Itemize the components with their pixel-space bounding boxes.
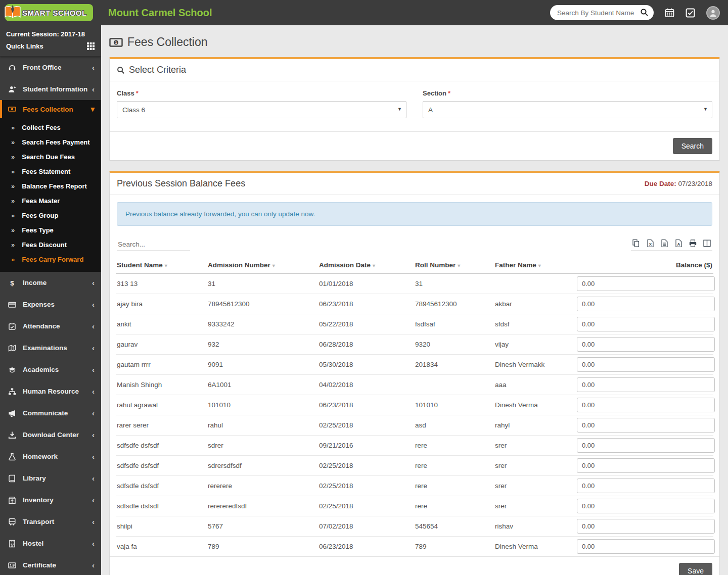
school-name: Mount Carmel School xyxy=(108,7,212,19)
current-session-label: Current Session: 2017-18 xyxy=(6,30,95,38)
cell-balance xyxy=(577,314,715,334)
chevron-down-icon: ▾ xyxy=(90,105,95,114)
cell-balance xyxy=(577,516,715,536)
cell-admission-date: 04/02/2018 xyxy=(318,380,414,390)
main-content: 1 Fees Collection Select Criteria Class*… xyxy=(101,25,728,575)
svg-text:$: $ xyxy=(10,279,14,286)
quick-links-grid-icon[interactable] xyxy=(87,42,95,50)
sidebar-item-fees-collection[interactable]: Fees Collection▾ xyxy=(0,100,101,118)
cell-admission-date: 06/23/2018 xyxy=(318,542,414,551)
balance-input[interactable] xyxy=(577,458,715,473)
column-header-student-name[interactable]: Student Name▾ xyxy=(117,261,208,269)
sidebar-item-inventory[interactable]: Inventory‹ xyxy=(0,489,101,511)
submenu-item-search-due-fees[interactable]: »Search Due Fees xyxy=(0,150,101,164)
sidebar-item-label: Attendance xyxy=(23,322,92,330)
balance-input[interactable] xyxy=(577,276,715,291)
user-avatar[interactable] xyxy=(706,6,720,20)
balance-input[interactable] xyxy=(577,337,715,352)
cell-admission-number: 932 xyxy=(207,340,318,349)
header-search xyxy=(550,5,654,20)
column-header-admission-number[interactable]: Admission Number▾ xyxy=(208,261,319,269)
sidebar-item-income[interactable]: $Income‹ xyxy=(0,272,101,294)
class-select[interactable]: Class 6 xyxy=(117,101,406,118)
copy-export-icon[interactable] xyxy=(632,239,641,248)
app-logo[interactable]: SMART SCHOOL xyxy=(0,4,101,21)
cell-roll-number: rere xyxy=(414,501,494,511)
submenu-item-fees-carry-forward[interactable]: »Fees Carry Forward xyxy=(0,252,101,267)
print-export-icon[interactable] xyxy=(689,239,697,248)
csv-export-icon[interactable] xyxy=(660,239,669,248)
sidebar-item-front-office[interactable]: Front Office‹ xyxy=(0,57,101,78)
sort-icon: ▾ xyxy=(458,263,460,268)
sidebar-item-examinations[interactable]: Examinations‹ xyxy=(0,337,101,359)
select-criteria-title: Select Criteria xyxy=(117,65,186,75)
submenu-item-fees-statement[interactable]: »Fees Statement xyxy=(0,164,101,179)
income-icon: $ xyxy=(8,279,16,287)
sidebar-item-expenses[interactable]: Expenses‹ xyxy=(0,294,101,315)
double-chevron-right-icon: » xyxy=(11,124,15,131)
sidebar-item-homework[interactable]: Homework‹ xyxy=(0,446,101,467)
column-header-roll-number[interactable]: Roll Number▾ xyxy=(415,261,495,269)
balance-input[interactable] xyxy=(577,377,715,392)
balance-input[interactable] xyxy=(577,478,715,493)
sidebar-item-student-information[interactable]: Student Information‹ xyxy=(0,78,101,100)
balance-input[interactable] xyxy=(577,317,715,331)
section-select[interactable]: A xyxy=(423,101,712,118)
table-row: sdfsdfe dsfsdfrererere02/25/2018reresrer xyxy=(116,476,713,496)
sidebar-item-attendance[interactable]: Attendance‹ xyxy=(0,315,101,337)
columns-export-icon[interactable] xyxy=(703,239,711,248)
submenu-item-fees-discount[interactable]: »Fees Discount xyxy=(0,237,101,252)
page-title: 1 Fees Collection xyxy=(109,35,720,49)
sidebar-item-library[interactable]: Library‹ xyxy=(0,467,101,489)
sidebar-item-hostel[interactable]: Hostel‹ xyxy=(0,533,101,554)
book-pen-icon xyxy=(3,3,22,22)
student-information-icon xyxy=(8,85,16,93)
cell-student-name: sdfsdfe dsfsdf xyxy=(116,481,207,491)
balance-input[interactable] xyxy=(577,539,715,554)
select-criteria-panel: Select Criteria Class* Class 6 ▼ Section… xyxy=(109,57,720,161)
excel-export-icon[interactable]: X xyxy=(646,239,655,248)
submenu-item-collect-fees[interactable]: »Collect Fees xyxy=(0,120,101,135)
balance-input[interactable] xyxy=(577,418,715,433)
column-header-admission-date[interactable]: Admission Date▾ xyxy=(319,261,415,269)
sidebar-item-download-center[interactable]: Download Center‹ xyxy=(0,424,101,446)
save-button[interactable]: Save xyxy=(679,563,712,575)
cell-roll-number: 201834 xyxy=(414,360,494,369)
submenu-item-fees-master[interactable]: »Fees Master xyxy=(0,194,101,208)
submenu-item-label: Fees Statement xyxy=(22,168,70,175)
balance-input[interactable] xyxy=(577,438,715,453)
submenu-item-balance-fees-report[interactable]: »Balance Fees Report xyxy=(0,179,101,194)
sidebar-item-human-resource[interactable]: Human Resource‹ xyxy=(0,380,101,402)
sidebar-item-transport[interactable]: Transport‹ xyxy=(0,511,101,533)
submenu-item-fees-type[interactable]: »Fees Type xyxy=(0,223,101,237)
due-date-label: Due Date: xyxy=(645,180,676,187)
search-button[interactable]: Search xyxy=(673,138,712,154)
search-icon[interactable] xyxy=(640,8,649,17)
balance-input[interactable] xyxy=(577,519,715,534)
student-search-input[interactable] xyxy=(550,5,654,20)
tasks-check-icon[interactable] xyxy=(686,8,695,18)
svg-text:A: A xyxy=(677,242,680,247)
sort-icon: ▾ xyxy=(538,263,541,268)
sidebar-item-communicate[interactable]: Communicate‹ xyxy=(0,402,101,424)
calendar-icon[interactable] xyxy=(665,8,674,18)
double-chevron-right-icon: » xyxy=(11,153,15,161)
submenu-item-search-fees-payment[interactable]: »Search Fees Payment xyxy=(0,135,101,150)
balance-input[interactable] xyxy=(577,297,715,311)
balance-input[interactable] xyxy=(577,398,715,412)
sidebar-item-academics[interactable]: Academics‹ xyxy=(0,359,101,380)
balance-input[interactable] xyxy=(577,499,715,513)
submenu-item-label: Fees Discount xyxy=(22,241,67,249)
pdf-export-icon[interactable]: A xyxy=(674,239,683,248)
cell-balance xyxy=(577,496,715,516)
balance-input[interactable] xyxy=(577,357,715,372)
table-row: rarer sererrahul02/25/2018asdrahyl xyxy=(116,415,713,436)
table-search-input[interactable] xyxy=(117,239,190,251)
submenu-item-label: Balance Fees Report xyxy=(22,182,87,190)
chevron-left-icon: ‹ xyxy=(92,561,95,569)
submenu-item-fees-group[interactable]: »Fees Group xyxy=(0,208,101,223)
submenu-item-label: Fees Group xyxy=(22,212,58,219)
info-alert: Previous balance already forwarded, you … xyxy=(117,202,712,226)
column-header-father-name[interactable]: Father Name▾ xyxy=(495,261,578,269)
sidebar-item-certificate[interactable]: Certificate‹ xyxy=(0,554,101,575)
